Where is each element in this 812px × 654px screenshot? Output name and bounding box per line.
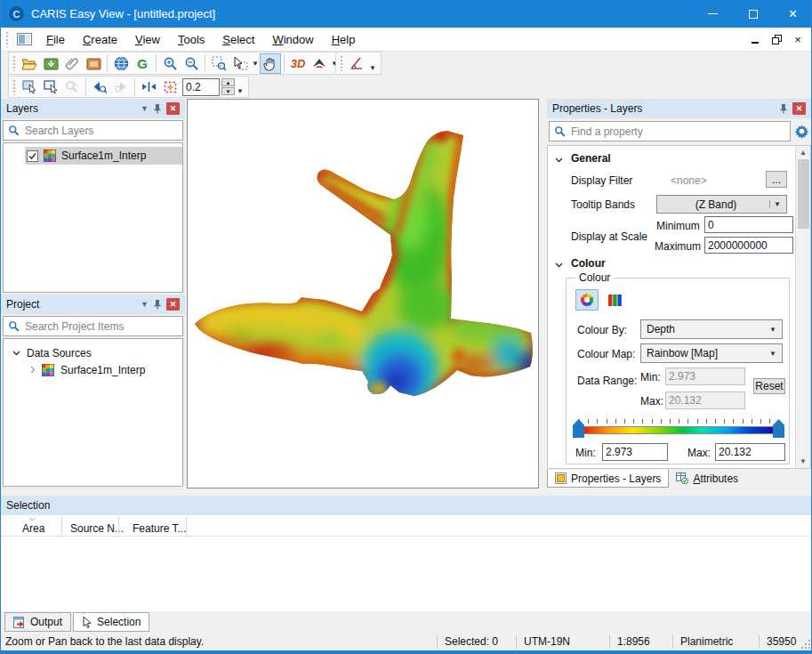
tab-selection[interactable]: Selection [73,612,149,632]
column-header-area[interactable]: Area [22,522,44,535]
globe-view-button[interactable] [110,53,132,74]
select-by-polygon-button[interactable] [40,77,61,97]
window-minimize-button[interactable] [693,0,733,28]
scroll-up-icon[interactable]: ▲ [796,149,810,157]
spinner-down-icon[interactable]: ▼ [221,87,235,95]
panel-menu-icon[interactable]: ▼ [141,104,149,113]
flash-selection-button[interactable] [159,77,181,97]
toolbar-grip[interactable] [12,79,16,95]
clear-selection-button[interactable] [61,77,83,97]
display-filter-browse-button[interactable]: ... [766,171,787,188]
toolbar-grip[interactable] [12,55,16,71]
colour-fixed-button[interactable] [575,289,599,311]
import-data-button[interactable] [40,53,61,74]
pan-tool-button[interactable] [260,53,281,74]
max-input[interactable] [715,443,785,461]
chevron-expanded-icon[interactable] [12,351,20,356]
zoom-in-icon [163,56,178,71]
mdi-restore-button[interactable] [767,31,786,47]
scale-minimum-input[interactable] [704,216,793,233]
column-header-feature-type[interactable]: Feature T... [133,522,186,535]
menu-view[interactable]: View [126,28,169,51]
bathymetry-surface[interactable] [188,100,538,488]
chevron-down-icon: ▼ [769,350,776,358]
panel-close-button[interactable]: ✕ [166,102,180,115]
menu-help[interactable]: Help [323,28,365,51]
min-input[interactable] [602,443,668,461]
panel-close-button[interactable]: ✕ [792,102,806,115]
scale-maximum-input[interactable] [704,237,793,254]
colour-bands-button[interactable] [604,289,625,311]
view-3d-button[interactable]: 3D [287,53,309,74]
tolerance-spinner[interactable]: ▲ ▼ [221,78,235,95]
select-tool-button[interactable] [229,53,251,74]
search-icon [8,320,20,332]
open-project-button[interactable] [19,53,40,74]
colour-by-dropdown[interactable]: Depth▼ [640,319,783,339]
previous-view-button[interactable] [89,77,110,97]
menu-window[interactable]: Window [263,28,322,51]
scroll-down-icon[interactable]: ▼ [796,457,810,465]
selection-table-body[interactable] [1,537,812,610]
menubar-grip[interactable] [5,31,9,47]
zoom-in-button[interactable] [159,53,181,74]
angle-measure-button[interactable] [346,53,367,74]
select-tool-dropdown[interactable]: ▼ [251,60,260,68]
scrollbar-thumb[interactable] [798,159,809,229]
properties-scrollbar[interactable]: ▲ ▼ [795,146,810,468]
attach-links-button[interactable] [61,53,83,74]
menu-create[interactable]: Create [74,28,126,51]
menu-tools[interactable]: Tools [169,28,213,51]
next-view-button[interactable] [110,77,132,97]
property-search[interactable]: Find a property [549,121,791,141]
panel-menu-icon[interactable]: ▼ [141,300,149,309]
toolbar-overflow-button[interactable]: ▼ [237,87,244,95]
zoom-out-button[interactable] [181,53,202,74]
toolbar-row-2: ▲ ▼ ▼ [1,76,812,99]
toolbar-grip[interactable] [340,55,343,71]
tree-node-surface[interactable]: Surface1m_Interp [4,361,182,378]
resize-grip-icon[interactable] [800,639,811,650]
chevron-collapsed-icon[interactable] [30,366,36,374]
mdi-minimize-button[interactable] [745,31,765,47]
tab-output[interactable]: Output [4,612,71,632]
settings-gear-icon[interactable] [794,124,809,139]
zoom-window-button[interactable] [208,53,229,74]
chevron-down-icon: ▼ [769,200,781,208]
select-by-rectangle-button[interactable] [19,77,40,97]
fit-width-button[interactable] [138,77,159,97]
layer-checkbox[interactable] [27,150,38,162]
layer-row[interactable]: Surface1m_Interp [4,147,182,165]
general-section-label[interactable]: General [571,152,611,165]
colour-map-dropdown[interactable]: Rainbow [Map]▼ [640,343,783,363]
tab-properties-layers[interactable]: Properties - Layers [547,469,669,488]
rgb-bands-icon [608,294,622,307]
project-search[interactable]: Search Project Items [3,316,183,336]
tree-node-data-sources[interactable]: Data Sources [4,344,182,361]
panel-close-button[interactable]: ✕ [166,298,180,311]
window-close-button[interactable]: ✕ [773,0,812,28]
spinner-up-icon[interactable]: ▲ [221,78,235,86]
section-collapse-icon[interactable] [555,262,563,268]
north-profile-button[interactable] [309,53,330,74]
reset-button[interactable]: Reset [753,378,785,394]
menu-select[interactable]: Select [213,28,263,51]
layers-search[interactable]: Search Layers [3,120,183,141]
tolerance-input[interactable] [182,78,220,96]
window-title: CARIS Easy View - [untitled.project] [31,7,215,20]
google-earth-button[interactable]: G [132,53,153,74]
tooltip-bands-dropdown[interactable]: (Z Band) ▼ [656,195,787,214]
pin-icon[interactable] [153,299,162,310]
toolbar-overflow-button[interactable]: ▼ [369,64,376,72]
column-header-source-name[interactable]: Source N... [70,522,124,535]
pin-icon[interactable] [779,103,788,114]
tab-attributes[interactable]: Attributes [669,469,745,488]
window-maximize-button[interactable] [733,0,773,28]
menu-file[interactable]: File [37,28,74,51]
colour-section-label[interactable]: Colour [571,257,606,270]
map-view[interactable] [187,99,539,488]
section-collapse-icon[interactable] [555,157,563,163]
mdi-close-button[interactable]: × [788,31,808,47]
save-package-button[interactable] [83,53,104,74]
pin-icon[interactable] [153,103,162,114]
